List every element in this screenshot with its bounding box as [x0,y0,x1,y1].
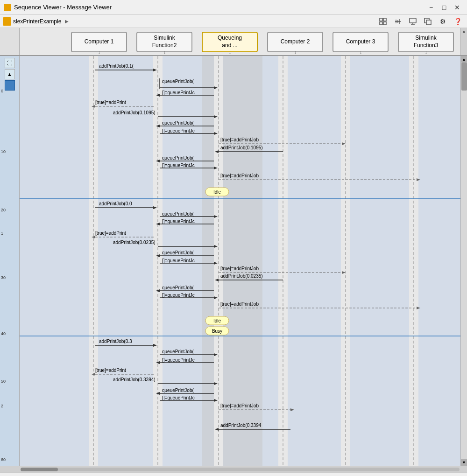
svg-rect-0 [380,18,382,21]
close-button[interactable]: ✕ [451,1,463,14]
msg-queue4a: queuePrintJob( [162,211,194,217]
hscroll-thumb[interactable] [21,468,58,471]
ruler-controls: ⛶ ▲ [0,56,19,92]
msg-true3: [true]=addPrintJob [220,173,259,178]
svg-rect-8 [410,18,416,23]
msg-queue6b: []=queuePrintJc [162,293,195,298]
ruler-tick-10: 10 [1,149,6,154]
vscroll-track[interactable] [461,63,467,459]
hscroll-corner-right [460,466,467,472]
h-scrollbar-container [0,466,467,472]
msg-addprintjob4: addPrintJob(0.0 [99,201,132,206]
simulink-model-icon [3,17,11,26]
svg-rect-12 [426,20,431,25]
msg-queue1a: queuePrintJob( [162,79,194,84]
h-scrollbar[interactable] [20,466,460,472]
lifeline-computer1[interactable]: Computer 1 [71,32,127,52]
cursor-toolbar-btn[interactable] [406,15,419,28]
status-bar: Ready Shown Auto [0,472,467,476]
msg-queue7b: []=queuePrintJc [162,357,195,363]
vscroll-up-btn[interactable]: ▲ [461,28,467,34]
ruler-tick-30: 30 [1,275,6,280]
hscroll-track[interactable] [21,468,460,471]
msg-true8: [true]=addPrintJob [220,403,259,408]
lifeline-header: Computer 1 SimulinkFunction2 Queueingand… [0,28,467,56]
svg-rect-2 [380,22,382,25]
msg-queue3a: queuePrintJob( [162,155,194,161]
ruler-highlight [5,80,15,91]
matlab-icon [4,4,11,11]
msg-addprintjob2: addPrintJob(0.1095) [113,110,156,115]
zoom-up-btn[interactable]: ▲ [5,69,15,79]
grid-toolbar-btn[interactable] [376,15,389,28]
msg-addprintjob3: addPrintJob(0.1095) [220,145,263,150]
settings-toolbar-btn[interactable]: ⚙ [436,15,449,28]
msg-addprintjob1: addPrintJob(0.1( [99,63,134,69]
window-title: Sequence Viewer - Message Viewer [14,4,112,11]
lifeline-computer3[interactable]: Computer 3 [333,32,389,52]
svg-marker-95 [290,408,294,411]
vscroll-top: ▲ [460,28,467,55]
msg-queue2a: queuePrintJob( [162,120,194,126]
svg-rect-1 [383,18,386,21]
lifeline-simulink3[interactable]: SimulinkFunction3 [398,32,454,52]
ruler-tick-0: 0 [1,89,3,93]
lifeline-expand-2[interactable]: ↕ [163,50,166,55]
sequence-area: addPrintJob(0.1( queuePrintJob( []=queue… [20,56,460,466]
vscroll-up[interactable]: ▲ [461,56,467,63]
lifeline-computer2[interactable]: Computer 2 [267,32,323,52]
model-arrow: ▶ [65,19,69,24]
export-toolbar-btn[interactable] [421,15,434,28]
ruler-tick-2: 2 [1,404,3,408]
idle-badge-1: Idle [213,189,221,195]
lifeline-expand-1[interactable]: ↕ [98,50,100,55]
hscroll-corner-left [0,466,20,472]
lifeline-expand-6[interactable]: ↕ [425,50,427,55]
lifeline-simulink2[interactable]: SimulinkFunction2 [136,32,192,52]
ruler-tick-20: 20 [1,208,6,212]
msg-addprintjob9: addPrintJob(0.3394 [220,423,262,428]
lifeline-expand-3[interactable]: ↕ [229,50,231,55]
msg-addprintjob5: addPrintJob(0.0235) [113,240,156,245]
menu-bar: slexPrinterExample ▶ ⚙ ❓ [0,15,467,28]
timeline-toolbar-btn[interactable] [391,15,404,28]
lifelines-container: Computer 1 SimulinkFunction2 Queueingand… [20,28,460,55]
msg-queue3b: []=queuePrintJc [162,163,195,168]
vertical-scrollbar[interactable]: ▲ ▼ [460,56,467,466]
zoom-fit-btn[interactable]: ⛶ [5,58,15,68]
msg-queue4b: []=queuePrintJc [162,219,195,224]
main-area: ⛶ ▲ 0 10 20 1 30 40 50 2 60 [0,56,467,466]
msg-addprintjob8: addPrintJob(0.3394) [113,377,156,382]
minimize-button[interactable]: − [425,1,437,14]
msg-queue2b: []=queuePrintJc [162,128,195,133]
vscroll-thumb[interactable] [461,63,467,91]
help-toolbar-btn[interactable]: ❓ [451,15,464,28]
maximize-button[interactable]: □ [438,1,450,14]
msg-queue5a: queuePrintJob( [162,250,194,255]
ruler-header [0,28,20,55]
window-controls: − □ ✕ [425,1,463,14]
msg-queue8b: []=queuePrintJc [162,395,195,400]
lifeline-expand-4[interactable]: ↕ [294,50,297,55]
msg-queue5b: []=queuePrintJc [162,258,195,263]
msg-true4: [true]=addPrint [95,231,126,236]
msg-queue6a: queuePrintJob( [162,285,194,290]
msg-queue8a: queuePrintJob( [162,388,194,393]
msg-true2: [true]=addPrintJob [220,137,259,142]
lifeline-queueing[interactable]: Queueingand ... [202,32,258,52]
left-ruler: ⛶ ▲ 0 10 20 1 30 40 50 2 60 [0,56,20,466]
title-bar-left: Sequence Viewer - Message Viewer [4,4,112,11]
title-bar: Sequence Viewer - Message Viewer − □ ✕ [0,0,467,15]
msg-queue7a: queuePrintJob( [162,349,194,354]
model-name[interactable]: slexPrinterExample [13,18,61,25]
msg-queue1b: []=queuePrintJc [162,90,195,95]
msg-addprintjob6: addPrintJob(0.0235) [220,273,263,279]
msg-true1: [true]=addPrint [95,100,126,105]
msg-true7: [true]=addPrint [95,368,126,373]
ruler-tick-50: 50 [1,379,6,384]
idle-badge-2: Idle [213,318,221,323]
vscroll-down[interactable]: ▼ [461,459,467,466]
msg-true5: [true]=addPrintJob [220,266,259,271]
sequence-diagram-svg: addPrintJob(0.1( queuePrintJob( []=queue… [20,56,460,466]
lifeline-expand-5[interactable]: ↕ [360,50,362,55]
